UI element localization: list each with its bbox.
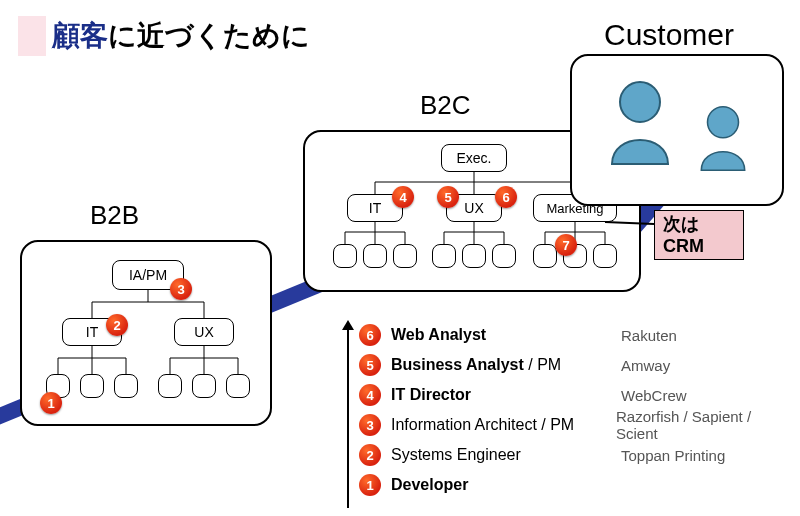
b2c-it-leaf — [393, 244, 417, 268]
person-icon — [692, 102, 754, 172]
b2b-it-leaf — [80, 374, 104, 398]
legend-company: WebCrew — [621, 387, 687, 404]
legend-badge: 2 — [359, 444, 381, 466]
crm-note: 次は CRM — [654, 210, 744, 260]
title-text: 顧客に近づくために — [52, 17, 310, 55]
legend-role: Systems Engineer — [391, 446, 621, 464]
legend-company: Rakuten — [621, 327, 677, 344]
legend-badge: 1 — [359, 474, 381, 496]
badge-5: 5 — [437, 186, 459, 208]
legend-company: Amway — [621, 357, 670, 374]
b2b-ux-leaf — [158, 374, 182, 398]
title-accent — [18, 16, 46, 56]
b2b-ux-leaf — [226, 374, 250, 398]
legend-role: Developer — [391, 476, 621, 494]
title-rest: に近づくために — [108, 20, 310, 51]
legend-role: IT Director — [391, 386, 621, 404]
b2c-mkt-leaf — [593, 244, 617, 268]
b2c-it-leaf — [363, 244, 387, 268]
slide-title: 顧客に近づくために — [18, 16, 328, 56]
b2b-it-leaf — [114, 374, 138, 398]
b2c-it-leaf — [333, 244, 357, 268]
b2c-mkt-leaf — [533, 244, 557, 268]
legend-role: Business Analyst / PM — [391, 356, 621, 374]
legend-badge: 6 — [359, 324, 381, 346]
b2b-ux-node: UX — [174, 318, 234, 346]
b2c-ux-leaf — [432, 244, 456, 268]
legend-row: 4 IT Director WebCrew — [333, 380, 793, 410]
svg-point-2 — [708, 107, 739, 138]
crm-line1: 次は — [663, 214, 699, 234]
b2c-label: B2C — [420, 90, 471, 121]
legend-role: Information Architect / PM — [391, 416, 616, 434]
person-icon — [600, 76, 680, 166]
badge-4: 4 — [392, 186, 414, 208]
badge-6: 6 — [495, 186, 517, 208]
legend-row: 1 Developer — [333, 470, 793, 500]
legend-row: 6 Web Analyst Rakuten — [333, 320, 793, 350]
title-highlight: 顧客 — [52, 20, 108, 51]
badge-7: 7 — [555, 234, 577, 256]
legend-badge: 5 — [359, 354, 381, 376]
legend-row: 3 Information Architect / PM Razorfish /… — [333, 410, 793, 440]
legend-badge: 4 — [359, 384, 381, 406]
legend-role: Web Analyst — [391, 326, 621, 344]
svg-point-1 — [620, 82, 660, 122]
b2c-root-node: Exec. — [441, 144, 507, 172]
b2b-label: B2B — [90, 200, 139, 231]
crm-line2: CRM — [663, 236, 704, 256]
legend-row: 2 Systems Engineer Toppan Printing — [333, 440, 793, 470]
b2b-ux-leaf — [192, 374, 216, 398]
b2c-ux-leaf — [462, 244, 486, 268]
badge-1: 1 — [40, 392, 62, 414]
customer-label: Customer — [604, 18, 734, 52]
customer-panel — [570, 54, 784, 206]
b2c-ux-leaf — [492, 244, 516, 268]
legend-row: 5 Business Analyst / PM Amway — [333, 350, 793, 380]
legend-company: Razorfish / Sapient / Scient — [616, 408, 793, 442]
legend: 6 Web Analyst Rakuten 5 Business Analyst… — [333, 320, 793, 500]
legend-badge: 3 — [359, 414, 381, 436]
legend-company: Toppan Printing — [621, 447, 725, 464]
badge-3: 3 — [170, 278, 192, 300]
badge-2: 2 — [106, 314, 128, 336]
